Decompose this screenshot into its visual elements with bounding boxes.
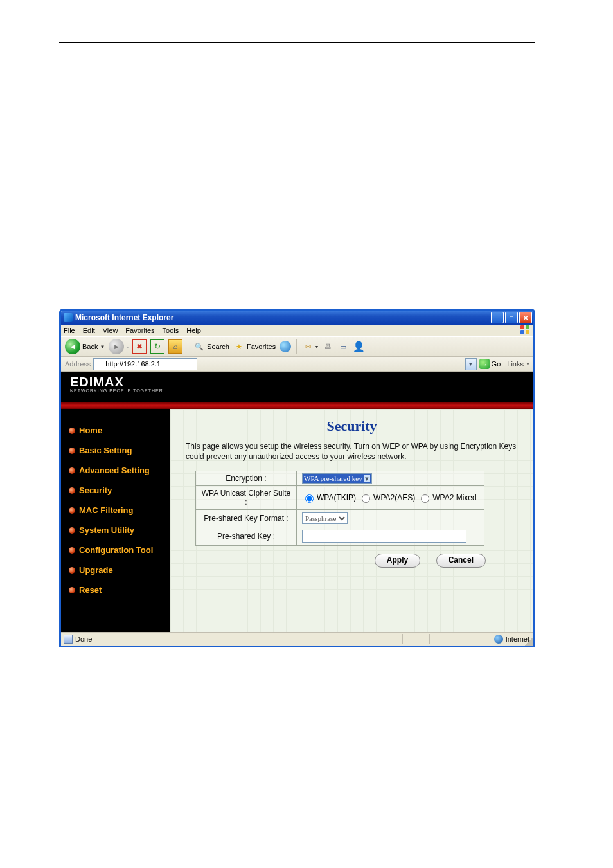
edit-icon[interactable]: ▭ [337,341,349,352]
internet-zone-icon [494,635,503,644]
menubar: File Edit View Favorites Tools Help [61,325,533,336]
sidebar-item-label: Reset [79,585,102,595]
address-dropdown-button[interactable]: ▾ [465,358,477,370]
back-label: Back [82,343,98,350]
sidebar-item-label: System Utility [79,525,134,535]
address-bar: Address ▾ → Go Links » [61,357,533,372]
cancel-button[interactable]: Cancel [436,554,486,568]
media-icon[interactable] [280,341,291,352]
cipher-radio-wpa2-aes[interactable]: WPA2(AES) [359,493,415,503]
sidebar-item-system-utility[interactable]: System Utility [61,520,170,540]
star-icon: ★ [233,341,245,352]
sidebar-item-label: Advanced Setting [79,466,150,475]
search-button[interactable]: 🔍 Search [193,341,229,352]
sidebar-item-mac-filtering[interactable]: MAC Filtering [61,500,170,520]
refresh-icon[interactable]: ↻ [150,339,164,354]
sidebar-item-advanced-setting[interactable]: Advanced Setting [61,460,170,480]
encryption-label: Encryption : [196,471,297,486]
cipher-radio-wpa-tkip[interactable]: WPA(TKIP) [302,493,356,503]
sidebar-item-label: MAC Filtering [79,505,134,515]
sidebar-item-label: Upgrade [79,565,113,575]
page-title: Security [186,418,518,435]
chevron-down-icon: ▾ [315,344,318,350]
radio-icon[interactable] [421,494,429,503]
favorites-button[interactable]: ★ Favorites [233,341,276,352]
bullet-icon [69,587,75,593]
titlebar: Microsoft Internet Explorer _ □ ✕ [61,311,533,325]
back-button[interactable]: ◄ Back ▼ [65,339,105,354]
menu-help[interactable]: Help [186,327,201,334]
forward-icon: ► [109,339,124,354]
chevron-right-icon: » [526,361,529,367]
cipher-label: WPA Unicast Cipher Suite : [196,486,297,510]
stop-icon[interactable]: ✖ [132,339,147,354]
ie-icon [64,313,73,322]
links-label[interactable]: Links [507,360,524,368]
page-description: This page allows you setup the wireless … [186,441,518,462]
mail-icon: ✉ [302,341,314,352]
print-icon[interactable]: 🖶 [322,341,333,352]
cipher-option-label: WPA(TKIP) [317,493,356,502]
mail-button[interactable]: ✉ ▾ [302,341,318,352]
minimize-button[interactable]: _ [491,312,504,323]
maximize-button[interactable]: □ [505,312,518,323]
psk-input[interactable] [302,530,466,543]
psk-format-label: Pre-shared Key Format : [196,510,297,527]
sidebar: Home Basic Setting Advanced Setting Secu… [61,409,170,632]
menu-favorites[interactable]: Favorites [125,327,154,334]
radio-icon[interactable] [362,494,370,503]
menu-file[interactable]: File [64,327,75,334]
chevron-down-icon: ▼ [100,344,105,350]
main-content: Security This page allows you setup the … [170,409,533,632]
encryption-select[interactable]: WPA pre-shared key ▾ [302,473,372,484]
sidebar-item-configuration-tool[interactable]: Configuration Tool [61,540,170,560]
sidebar-item-label: Home [79,426,102,435]
brand-bar: EDIMAX NETWORKING PEOPLE TOGETHER [61,372,533,402]
close-button[interactable]: ✕ [519,312,532,323]
toolbar: ◄ Back ▼ ► - ✖ ↻ ⌂ 🔍 Search ★ Favorites … [61,336,533,357]
psk-format-select[interactable]: Passphrase [302,512,348,524]
sidebar-item-label: Basic Setting [79,446,132,455]
sidebar-item-upgrade[interactable]: Upgrade [61,560,170,580]
cipher-radio-wpa2-mixed[interactable]: WPA2 Mixed [418,493,476,503]
cipher-option-label: WPA2(AES) [373,493,415,502]
sidebar-item-label: Configuration Tool [79,545,153,555]
sidebar-item-home[interactable]: Home [61,420,170,440]
address-label: Address [65,360,91,368]
bullet-icon [69,428,75,434]
psk-label: Pre-shared Key : [196,527,297,546]
status-text: Done [75,635,92,643]
document-icon [64,635,73,644]
radio-icon[interactable] [305,494,314,503]
bullet-icon [69,487,75,494]
back-icon: ◄ [65,339,80,354]
brand-tagline: NETWORKING PEOPLE TOGETHER [70,388,524,393]
menu-tools[interactable]: Tools [163,327,179,334]
go-button[interactable]: → Go [479,359,501,369]
search-label: Search [207,343,229,350]
red-stripe [61,402,533,409]
cipher-option-label: WPA2 Mixed [432,493,476,502]
messenger-icon[interactable]: 👤 [353,341,364,352]
sidebar-item-basic-setting[interactable]: Basic Setting [61,440,170,460]
favorites-label: Favorites [247,343,276,350]
bullet-icon [69,467,75,474]
window-title: Microsoft Internet Explorer [75,313,173,322]
status-bar: Done Internet [61,632,533,646]
bullet-icon [69,527,75,534]
resize-grip-icon[interactable] [524,637,533,646]
ie-window: Microsoft Internet Explorer _ □ ✕ File E… [59,309,535,647]
bullet-icon [69,547,75,554]
search-icon: 🔍 [193,341,205,352]
address-input[interactable] [93,358,197,370]
home-icon[interactable]: ⌂ [168,339,182,354]
sidebar-item-security[interactable]: Security [61,480,170,500]
menu-view[interactable]: View [103,327,118,334]
menu-edit[interactable]: Edit [83,327,95,334]
apply-button[interactable]: Apply [375,554,420,568]
sidebar-item-reset[interactable]: Reset [61,580,170,600]
edimax-logo: EDIMAX [70,375,524,388]
windows-flag-icon [520,325,531,336]
forward-button[interactable]: ► - [109,339,129,354]
bullet-icon [69,507,75,514]
